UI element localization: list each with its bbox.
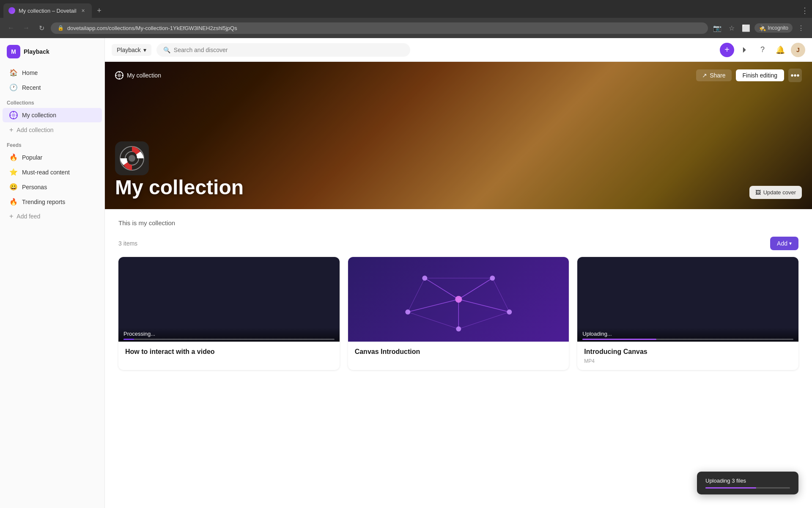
collection-body: This is my collection 3 items Add ▾ Proc…: [105, 209, 812, 380]
user-avatar[interactable]: J: [791, 43, 805, 57]
back-button[interactable]: ←: [5, 22, 17, 34]
card-3-progress-bar: [582, 339, 656, 340]
svg-line-22: [458, 312, 509, 329]
more-options-button[interactable]: •••: [788, 69, 802, 82]
card-1-body: How to interact with a video: [118, 342, 340, 362]
url-text: dovetailapp.com/collections/My-collectio…: [67, 25, 237, 31]
new-tab-button[interactable]: +: [93, 5, 105, 17]
add-chevron-icon: ▾: [789, 240, 792, 246]
url-bar[interactable]: 🔒 dovetailapp.com/collections/My-collect…: [51, 22, 708, 34]
finish-editing-button[interactable]: Finish editing: [736, 69, 785, 81]
workspace-avatar[interactable]: M: [7, 45, 20, 58]
svg-point-28: [507, 309, 512, 315]
menu-button[interactable]: ⋮: [795, 22, 807, 34]
tab-close-button[interactable]: ×: [80, 7, 87, 14]
hero-collection-info: My collection: [115, 71, 161, 80]
incognito-label: Incognito: [768, 25, 788, 31]
search-bar[interactable]: 🔍: [156, 43, 410, 57]
popular-emoji: 🔥: [9, 153, 18, 161]
collections-header: Collections: [0, 95, 104, 108]
must-read-label: Must-read content: [22, 169, 70, 176]
home-label: Home: [22, 69, 38, 76]
card-3-upload-overlay: Uploading...: [577, 327, 798, 342]
card-1-progress-track: [123, 339, 335, 340]
card-1-title: How to interact with a video: [125, 348, 333, 356]
workspace-name: Playback: [24, 48, 49, 55]
card-1-status-overlay: Processing...: [118, 327, 340, 342]
nav-recent[interactable]: 🕐 Recent: [3, 80, 102, 94]
finish-editing-label: Finish editing: [743, 72, 778, 79]
camera-icon[interactable]: 📷: [711, 22, 723, 34]
hero-title-area: My collection: [115, 176, 244, 199]
playback-icon-button[interactable]: ⏵: [738, 43, 752, 57]
svg-line-17: [458, 299, 509, 312]
add-items-button[interactable]: Add ▾: [770, 237, 798, 250]
create-button[interactable]: +: [720, 43, 734, 57]
reload-button[interactable]: ↻: [36, 22, 47, 34]
svg-line-23: [408, 312, 458, 329]
add-collection-label: Add collection: [16, 127, 53, 133]
sidebar-item-my-collection[interactable]: My collection: [3, 108, 102, 122]
add-collection-icon: +: [9, 126, 13, 134]
card-2[interactable]: Canvas Introduction: [348, 257, 569, 370]
forward-button[interactable]: →: [20, 22, 32, 34]
card-3[interactable]: Uploading... Introducing Canvas MP4: [577, 257, 798, 370]
update-cover-label: Update cover: [763, 189, 796, 196]
feed-trending[interactable]: 🔥 Trending reports: [3, 195, 102, 209]
main-content: Playback ▾ 🔍 + ⏵ ? 🔔 J: [105, 38, 812, 508]
bookmark-icon[interactable]: ☆: [726, 22, 738, 34]
card-2-thumbnail: [348, 257, 569, 342]
feed-popular[interactable]: 🔥 Popular: [3, 150, 102, 164]
add-feed-icon: +: [9, 213, 13, 220]
active-tab[interactable]: My collection – Dovetail ×: [3, 3, 92, 18]
card-3-progress-track: [582, 339, 793, 340]
incognito-badge: 🕵 Incognito: [754, 23, 793, 33]
toast-title: Uploading 3 files: [705, 478, 790, 484]
card-3-meta: MP4: [584, 358, 792, 364]
share-button[interactable]: ↗ Share: [696, 69, 731, 81]
sidebar: M Playback 🏠 Home 🕐 Recent Collections M…: [0, 38, 105, 508]
tab-favicon: [8, 7, 15, 14]
incognito-icon: 🕵: [759, 25, 766, 31]
svg-line-16: [458, 278, 492, 299]
add-feed-button[interactable]: + Add feed: [3, 210, 102, 223]
svg-point-30: [405, 309, 410, 315]
playback-button[interactable]: Playback ▾: [112, 44, 151, 56]
svg-point-25: [455, 296, 462, 303]
notifications-button[interactable]: 🔔: [773, 43, 787, 57]
tab-title: My collection – Dovetail: [19, 8, 77, 14]
card-3-status-text: Uploading...: [582, 331, 793, 337]
svg-point-1: [12, 113, 15, 117]
hero-section: My collection ↗ Share Finish editing •••: [105, 62, 812, 209]
svg-point-27: [490, 276, 495, 281]
share-icon: ↗: [702, 72, 707, 79]
update-cover-icon: 🖼: [755, 189, 761, 196]
card-1-progress-bar: [123, 339, 134, 340]
feed-personas[interactable]: 😀 Personas: [3, 180, 102, 194]
tab-more-button[interactable]: ⋮: [801, 6, 809, 15]
app: M Playback 🏠 Home 🕐 Recent Collections M…: [0, 38, 812, 508]
personas-label: Personas: [22, 184, 47, 190]
add-collection-button[interactable]: + Add collection: [3, 123, 102, 137]
search-input[interactable]: [174, 47, 403, 53]
playback-label: Playback: [117, 47, 141, 53]
collection-description: This is my collection: [118, 219, 798, 226]
personas-emoji: 😀: [9, 183, 18, 191]
nav-home[interactable]: 🏠 Home: [3, 66, 102, 80]
card-2-thumb-bg: [348, 257, 569, 342]
trending-emoji: 🔥: [9, 198, 18, 206]
search-icon: 🔍: [163, 47, 170, 53]
network-svg: [348, 257, 569, 342]
hero-top-bar: My collection ↗ Share Finish editing •••: [105, 62, 812, 89]
svg-line-21: [492, 278, 509, 312]
feed-must-read[interactable]: ⭐ Must-read content: [3, 165, 102, 179]
card-3-body: Introducing Canvas MP4: [577, 342, 798, 370]
help-button[interactable]: ?: [755, 43, 770, 57]
card-1[interactable]: Processing... How to interact with a vid…: [118, 257, 340, 370]
update-cover-button[interactable]: 🖼 Update cover: [749, 186, 802, 199]
hero-collection-icon: [115, 71, 123, 80]
share-label: Share: [710, 72, 725, 79]
svg-line-15: [425, 278, 458, 299]
extension-icon[interactable]: ⬜: [740, 22, 752, 34]
toast-progress-track: [705, 487, 790, 489]
